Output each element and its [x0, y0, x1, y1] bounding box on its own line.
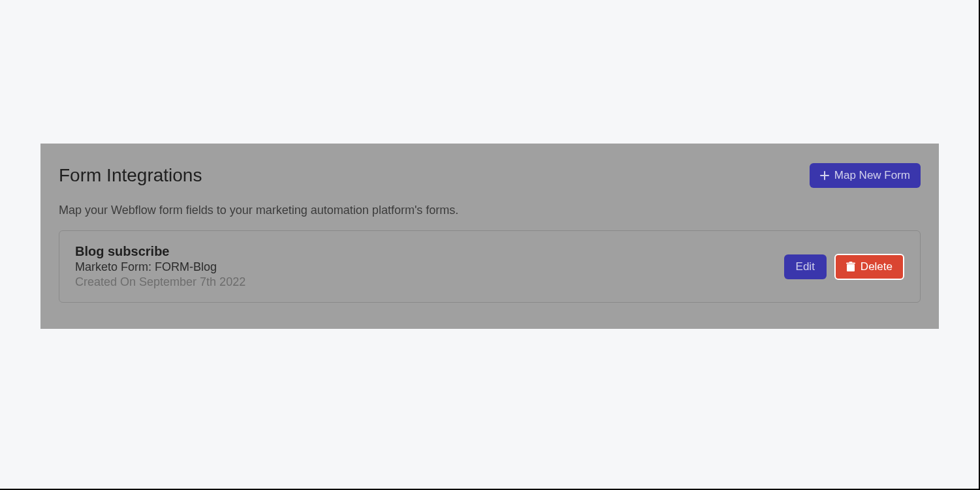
panel-header: Form Integrations Map New Form [59, 163, 921, 188]
map-new-form-button[interactable]: Map New Form [810, 163, 921, 188]
page-title: Form Integrations [59, 165, 202, 186]
form-card-created: Created On September 7th 2022 [75, 275, 245, 289]
trash-icon [846, 262, 855, 272]
form-card-actions: Edit Delete [784, 254, 904, 280]
plus-icon [820, 171, 829, 180]
panel-description: Map your Webflow form fields to your mar… [59, 204, 921, 217]
form-card-info: Blog subscribe Marketo Form: FORM-Blog C… [75, 244, 245, 289]
form-card-title: Blog subscribe [75, 244, 245, 259]
edit-button-label: Edit [796, 260, 815, 273]
svg-rect-0 [847, 264, 855, 271]
form-card-subtitle: Marketo Form: FORM-Blog [75, 260, 245, 274]
form-card: Blog subscribe Marketo Form: FORM-Blog C… [59, 230, 921, 303]
delete-button[interactable]: Delete [834, 254, 904, 280]
form-integrations-panel: Form Integrations Map New Form Map your … [40, 144, 939, 329]
svg-rect-2 [849, 262, 852, 263]
edit-button[interactable]: Edit [784, 254, 827, 279]
map-new-form-label: Map New Form [834, 169, 910, 182]
delete-button-label: Delete [861, 260, 893, 273]
